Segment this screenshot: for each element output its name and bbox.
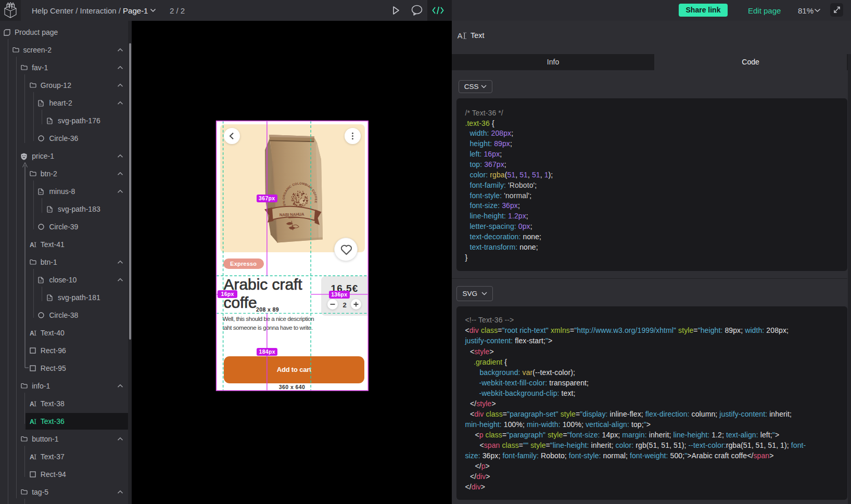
svg-text:A: A — [30, 400, 34, 407]
svg-text:A: A — [30, 330, 34, 337]
svg-text:A: A — [30, 418, 34, 425]
svg-text:A: A — [458, 31, 463, 40]
svg-text:A: A — [30, 454, 34, 460]
svg-text:A: A — [30, 241, 34, 248]
svg-text:NABI NAHUA: NABI NAHUA — [280, 212, 304, 217]
